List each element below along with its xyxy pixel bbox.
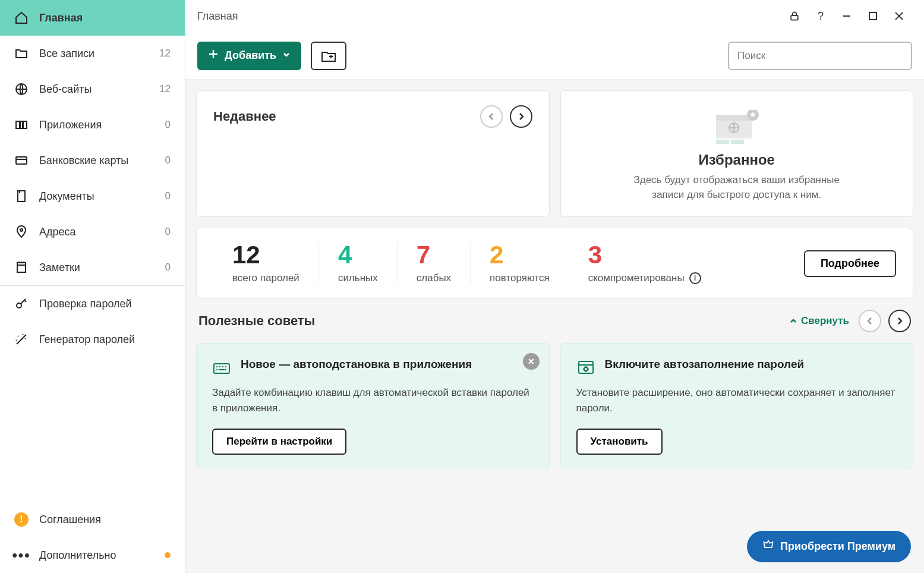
tip-card-autofill-apps: ✕ Новое — автоподстановка в приложения З… — [196, 343, 550, 468]
svg-point-8 — [17, 303, 21, 308]
add-folder-button[interactable] — [311, 42, 346, 70]
svg-rect-11 — [869, 12, 876, 20]
stat-strong-num: 4 — [338, 243, 378, 267]
apps-icon — [14, 118, 29, 132]
sidebar-item-agreements[interactable]: ! Соглашения — [0, 502, 185, 537]
tips-collapse-link[interactable]: Свернуть — [789, 315, 849, 327]
stat-total-label: всего паролей — [232, 272, 299, 284]
svg-rect-24 — [214, 364, 229, 373]
svg-rect-5 — [18, 191, 25, 202]
content: Недавнее — [185, 80, 924, 573]
tip-close-button[interactable]: ✕ — [523, 353, 540, 370]
stat-strong-label: сильных — [338, 272, 378, 284]
favorites-title: Избранное — [699, 152, 775, 168]
svg-rect-19 — [716, 115, 752, 121]
sidebar-item-label: Банковские карты — [39, 155, 154, 167]
more-icon: ••• — [14, 548, 29, 562]
location-icon — [14, 225, 29, 239]
chevron-down-icon — [282, 49, 291, 62]
sidebar-item-label: Адреса — [39, 226, 154, 238]
keyboard-icon — [212, 358, 231, 377]
stat-compromised: 3 скомпрометированы i — [569, 243, 720, 284]
sidebar-item-addresses[interactable]: Адреса 0 — [0, 214, 185, 250]
premium-label: Приобрести Премиум — [780, 540, 895, 553]
sidebar-item-cards[interactable]: Банковские карты 0 — [0, 143, 185, 178]
help-button[interactable]: ? — [808, 3, 834, 29]
tip-settings-button[interactable]: Перейти в настройки — [212, 429, 346, 455]
page-title: Главная — [197, 10, 238, 23]
svg-rect-1 — [16, 121, 20, 128]
lock-button[interactable] — [781, 3, 808, 29]
sidebar-item-count: 12 — [159, 48, 171, 59]
sidebar-item-count: 0 — [165, 155, 171, 166]
tips-collapse-label: Свернуть — [801, 315, 849, 327]
tip-desc: Задайте комбинацию клавиш для автоматиче… — [212, 385, 534, 415]
sidebar-item-count: 0 — [165, 226, 171, 238]
browser-gear-icon — [576, 358, 595, 377]
sidebar-item-generator[interactable]: Генератор паролей — [0, 322, 185, 357]
stat-comp-num: 3 — [588, 243, 701, 267]
sidebar-item-label: Документы — [39, 190, 154, 203]
tips-header: Полезные советы Свернуть — [196, 310, 913, 332]
svg-rect-23 — [731, 140, 744, 144]
close-button[interactable] — [886, 3, 912, 29]
sidebar-item-count: 0 — [165, 262, 171, 273]
toolbar: Добавить — [185, 32, 924, 80]
minimize-button[interactable] — [834, 3, 860, 29]
sidebar-item-more[interactable]: ••• Дополнительно — [0, 537, 185, 573]
warning-icon: ! — [14, 512, 29, 527]
svg-rect-3 — [23, 121, 27, 128]
sidebar-item-label: Приложения — [39, 119, 154, 131]
sidebar-item-count: 0 — [165, 119, 171, 131]
wand-icon — [14, 332, 29, 347]
sidebar-item-notes[interactable]: Заметки 0 — [0, 250, 185, 285]
tip-desc: Установите расширение, оно автоматически… — [576, 385, 898, 415]
premium-button[interactable]: Приобрести Премиум — [747, 531, 911, 562]
recent-card: Недавнее — [196, 90, 550, 217]
tips-title: Полезные советы — [198, 313, 315, 329]
sidebar-item-label: Веб-сайты — [39, 83, 149, 96]
stat-comp-label: скомпрометированы — [588, 272, 685, 284]
favorites-placeholder-icon — [710, 110, 764, 146]
stat-total: 12 всего паролей — [213, 243, 319, 284]
recent-prev-button[interactable] — [480, 105, 503, 128]
sidebar-item-documents[interactable]: Документы 0 — [0, 178, 185, 214]
sidebar-item-count: 12 — [159, 83, 171, 95]
tips-prev-button[interactable] — [859, 310, 881, 332]
recent-next-button[interactable] — [510, 105, 532, 128]
titlebar: Главная ? — [185, 0, 924, 32]
stat-repeat-num: 2 — [490, 243, 550, 267]
add-button[interactable]: Добавить — [197, 42, 301, 70]
sidebar: Главная Все записи 12 Веб-сайты 12 Прило… — [0, 0, 185, 573]
password-stats-card: 12 всего паролей 4 сильных 7 слабых 2 по… — [196, 228, 913, 299]
card-icon — [14, 153, 29, 168]
svg-point-6 — [20, 229, 23, 231]
sidebar-item-password-check[interactable]: Проверка паролей — [0, 286, 185, 322]
stat-total-num: 12 — [232, 243, 299, 267]
svg-rect-4 — [16, 157, 27, 164]
recent-title: Недавнее — [213, 109, 276, 124]
tips-next-button[interactable] — [888, 310, 911, 332]
stats-more-button[interactable]: Подробнее — [804, 250, 896, 277]
svg-rect-2 — [20, 121, 23, 128]
maximize-button[interactable] — [860, 3, 886, 29]
search-input[interactable] — [728, 42, 912, 70]
sidebar-item-home[interactable]: Главная — [0, 0, 185, 36]
tip-install-button[interactable]: Установить — [576, 429, 663, 455]
sidebar-item-apps[interactable]: Приложения 0 — [0, 107, 185, 143]
sidebar-item-label: Соглашения — [39, 514, 171, 526]
sidebar-item-label: Главная — [39, 12, 171, 24]
sidebar-item-all[interactable]: Все записи 12 — [0, 36, 185, 71]
sidebar-item-label: Генератор паролей — [39, 333, 171, 346]
note-icon — [14, 260, 29, 275]
key-icon — [14, 297, 29, 311]
folder-icon — [14, 46, 29, 61]
svg-rect-7 — [17, 263, 26, 272]
tip-title: Включите автозаполнение паролей — [605, 357, 805, 372]
sidebar-item-label: Дополнительно — [39, 549, 154, 562]
favorites-card: Избранное Здесь будут отображаться ваши … — [560, 90, 914, 217]
sidebar-item-label: Все записи — [39, 48, 149, 60]
sidebar-item-websites[interactable]: Веб-сайты 12 — [0, 71, 185, 107]
stat-strong: 4 сильных — [319, 243, 398, 284]
info-icon[interactable]: i — [689, 272, 701, 284]
